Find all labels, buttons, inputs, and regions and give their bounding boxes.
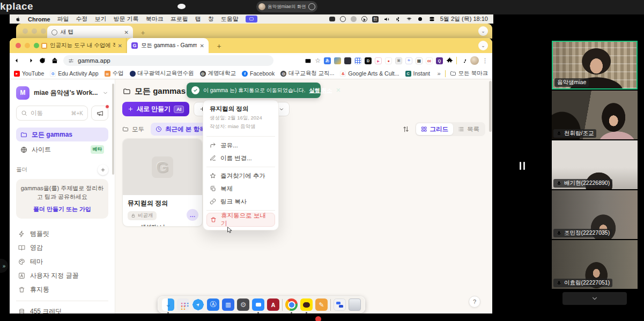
card-menu-button[interactable]: … [187,209,198,221]
menu-bookmarks[interactable]: 북마크 [146,15,164,23]
menu-window[interactable]: 창 [208,15,214,23]
dock-display-settings-icon[interactable] [334,298,346,311]
gamma-card[interactable]: G 뮤지컬의 정의 비공개 생성자: 나 마지막 조회: 2개월 전 [122,138,203,227]
all-bookmarks-button[interactable]: 모든 북마크 [450,70,488,77]
dock-kakaotalk-icon[interactable] [300,298,313,311]
grid-extension-icon[interactable] [354,57,361,64]
sidebar-item-sites[interactable]: 사이트 베타 [16,143,108,156]
tab-search-chevron-icon-front[interactable]: ⌄ [478,41,488,50]
menu-item-send-to-trash[interactable]: 휴지통으로 보내기 [206,213,275,227]
menu-tab[interactable]: 탭 [195,15,201,23]
chrome-menu-icon[interactable]: ⋮ [482,57,488,64]
close-tab-icon[interactable]: ✕ [124,29,129,35]
dock-books-icon[interactable] [222,298,234,311]
video-tile-5[interactable]: 이효림(22227051) [552,240,638,289]
menu-item-rename[interactable]: 이름 변경... [206,152,275,165]
bookmark-google-arts[interactable]: Google Arts & Cult... [340,70,399,77]
reload-icon[interactable] [39,57,46,64]
gear-extension-icon[interactable] [405,57,412,64]
toast-undo-action[interactable]: 실행 취소 [309,87,332,94]
dock-chrome-icon[interactable] [285,298,298,311]
page-scrollbar[interactable] [489,81,492,311]
video-tile-presenter[interactable]: 음악샘miae [552,41,638,89]
q-extension-icon[interactable] [436,57,443,64]
sidebar-item-all-gammas[interactable]: 모든 gammas [16,128,108,141]
dock-safari-icon[interactable] [192,298,204,311]
sidebar-item-themes[interactable]: 테마 [16,255,108,269]
menu-edit[interactable]: 수정 [76,15,88,23]
dock-trash-icon[interactable] [349,298,361,311]
bookmark-instant-chords[interactable]: Instant chords for... [405,70,432,77]
wifi-icon[interactable] [406,16,412,23]
video-tile-4[interactable]: 조민정(22227035) [552,190,638,239]
background-window-tabstrip[interactable]: 새 탭 ✕ ＋ ⌄ [16,24,492,39]
sidebar-item-trash[interactable]: 휴지통 [16,283,108,297]
toast-close-icon[interactable]: ✕ [336,87,340,94]
menu-profiles[interactable]: 프로필 [171,15,188,23]
dock-acrobat-icon[interactable] [267,298,279,311]
create-or-join-folder-link[interactable]: 폴더 만들기 또는 가입 [20,205,104,213]
announcements-button[interactable] [91,106,108,121]
tab2-close-icon[interactable]: ✕ [200,43,204,49]
dock-settings-icon[interactable] [237,298,249,311]
video-tile-3[interactable]: 배기현(22226890) [552,140,638,189]
help-button[interactable]: ? [469,296,480,308]
menu-file[interactable]: 파일 [57,15,69,23]
grid-view-button[interactable]: 그리드 [416,123,454,135]
dock-appstore-icon[interactable] [207,298,219,311]
panel-resize-handle[interactable] [520,162,525,170]
menu-help[interactable]: 도움말 [221,15,239,23]
extensions-puzzle-icon[interactable] [446,57,453,64]
qr-extension-icon[interactable] [416,57,423,64]
dock-finder-icon[interactable] [162,298,174,311]
new-tab-button[interactable]: ＋ [139,28,146,38]
search-input[interactable]: 이동 ⌘+K [16,106,88,121]
bookmark-daegu-office[interactable]: 대구교육청 교직... [280,70,334,77]
status-circle-icon[interactable] [351,16,357,22]
edge-expand-button[interactable]: » [0,259,8,273]
menu-history[interactable]: 방문 기록 [114,15,139,23]
menubar-clock[interactable]: 5월 2일 (목) 18:10 [440,15,488,23]
chat-status-icon[interactable] [329,17,335,21]
tab-sharing-indicator-icon[interactable] [246,16,257,23]
sidebar-scrollbar[interactable] [112,84,114,175]
new-tab-button-front[interactable]: ＋ [216,41,223,51]
play-extension-icon[interactable] [385,57,392,64]
filter-recently-viewed[interactable]: 최근에 본 항목 [151,123,210,136]
back-icon[interactable] [14,57,21,64]
address-input[interactable]: gamma.app [63,55,273,66]
dock-launchpad-icon[interactable] [177,298,189,311]
filter-all[interactable]: 모두 [122,123,144,136]
menubar-app-name[interactable]: Chrome [28,16,50,23]
bookmarks-overflow-icon[interactable]: » [437,70,440,77]
menu-item-share[interactable]: 공유... [206,139,275,152]
dock-notes-icon[interactable] [315,298,328,311]
site-settings-icon[interactable] [68,58,74,64]
bookmark-daegu-edu[interactable]: 대구광역시교육연수원 [130,70,194,77]
tab-gamma-active[interactable]: 모든 gammas - Gamma ✕ [127,38,209,53]
video-tile-2[interactable]: 천휘람/조교 [552,91,638,139]
traffic-lights[interactable] [16,43,39,48]
menu-item-copy-link[interactable]: 링크 복사 [206,195,275,208]
menu-view[interactable]: 보기 [95,15,107,23]
background-traffic-lights[interactable] [23,28,46,34]
bookmark-star-icon[interactable]: ☆ [315,57,321,64]
playlist-icon[interactable] [460,57,467,64]
d-extension-icon[interactable] [365,57,372,64]
forward-icon[interactable] [26,57,34,64]
screen-share-pill[interactable]: 음악샘miae의 화면 [256,1,317,12]
bookmark-facebook[interactable]: Facebook [242,70,275,77]
workspace-switcher[interactable]: M miae 음악샘's Work... [16,85,108,101]
spotlight-search-icon[interactable] [417,16,424,23]
capture-extension-icon[interactable] [395,57,402,64]
extension-icon-2[interactable] [334,57,341,64]
korean-input-icon[interactable]: 한 [372,16,379,23]
sidebar-item-credits[interactable]: 455 크레딧 [16,305,108,313]
bookmark-keimyung[interactable]: 계명대학교 [200,70,236,77]
playback-status-icon[interactable] [361,16,367,22]
bookmark-youtube[interactable]: YouTube [14,70,44,77]
cc-extension-icon[interactable] [426,57,433,64]
sidebar-item-inspiration[interactable]: 영감 [16,241,108,255]
add-folder-button[interactable] [98,165,108,175]
sidebar-item-custom-fonts[interactable]: 사용자 지정 글꼴 [16,269,108,283]
